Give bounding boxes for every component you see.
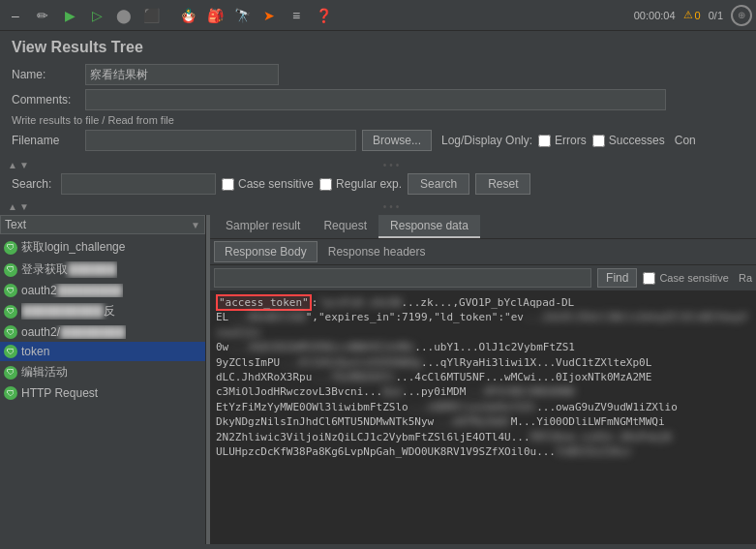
tree-item-login-get[interactable]: 🛡 登录获取██████	[0, 259, 205, 281]
token-body-blur-1: ...O8zNSYJG8	[228, 311, 305, 323]
tree-item-icon-3: 🛡	[4, 284, 17, 297]
sub-tab-response-headers[interactable]: Response headers	[318, 241, 437, 262]
token-body-blur-9: ...mOTMyZmQt	[434, 415, 510, 428]
list-icon[interactable]: ≡	[285, 4, 308, 27]
response-body: "access_token":"pcnFu8-zAsSW...zk...,GVO…	[210, 291, 756, 544]
token-body-blur-7: ...NTUtNGl0NS00ND	[466, 385, 575, 398]
collapse-up-2-icon[interactable]: ▲	[8, 201, 17, 212]
question-icon[interactable]: ❓	[312, 4, 335, 27]
warn-count: 0	[695, 10, 701, 21]
tree-item-token[interactable]: 🛡 token	[0, 342, 205, 361]
toolbar: – ✏ ▶ ▷ ⬤ ⬛ 🪆 🎒 🔭 ➤ ≡ ❓ 00:00:04 ⚠ 0 0/1…	[0, 0, 756, 31]
tree-item-label-6: token	[21, 345, 49, 358]
type-dropdown[interactable]: Text ▼	[0, 215, 205, 234]
tree-item-oauth2-slash[interactable]: 🛡 oauth2/████████	[0, 322, 205, 342]
file-section-label: Write results to file / Read from file	[12, 114, 744, 126]
ra-label: Ra	[739, 272, 752, 284]
bag-icon[interactable]: 🎒	[203, 4, 227, 27]
arrow-icon[interactable]: ➤	[257, 4, 281, 27]
token-body-blur-10: PRT2Qsm_nj03s-2RzPnmjN	[530, 431, 672, 443]
search-input[interactable]	[61, 173, 216, 195]
puppet-icon[interactable]: 🪆	[176, 4, 199, 27]
find-input[interactable]	[214, 268, 591, 288]
dropdown-label: Text	[5, 218, 191, 231]
right-panel: Sampler result Request Response data Res…	[210, 215, 756, 544]
find-case-label: Case sensitive	[659, 272, 729, 284]
tree-item-icon-6: 🛡	[4, 345, 17, 358]
tree-item-label-7: 编辑活动	[21, 364, 68, 381]
collapse-up-icon[interactable]: ▲	[8, 160, 17, 170]
tree-item-oauth2[interactable]: 🛡 oauth2████████	[0, 281, 205, 300]
browse-button[interactable]: Browse...	[362, 130, 432, 151]
stop-icon[interactable]: ⬛	[139, 4, 163, 27]
tree-item-blur-2: ██████	[68, 262, 117, 276]
successes-label: Successes	[609, 134, 665, 147]
filename-input[interactable]	[85, 130, 356, 151]
name-input[interactable]	[85, 64, 279, 85]
tree-item-http-request[interactable]: 🛡 HTTP Request	[0, 383, 205, 403]
cursor-icon[interactable]: ▷	[85, 4, 108, 27]
tree-item-label-2: 登录获取██████	[21, 261, 117, 278]
find-button[interactable]: Find	[597, 268, 637, 288]
access-token-highlight: "access_token"	[216, 294, 312, 311]
play-icon[interactable]: ▶	[58, 4, 81, 27]
successes-checkbox-row: Successes	[592, 134, 665, 147]
reset-button[interactable]: Reset	[475, 173, 530, 195]
search-label: Search:	[12, 177, 55, 191]
tree-item-icon-5: 🛡	[4, 325, 17, 339]
tree-item-4[interactable]: 🛡 ██████████反	[0, 300, 205, 322]
case-sensitive-checkbox[interactable]	[222, 178, 234, 191]
circle-icon[interactable]: ⬤	[112, 4, 136, 27]
con-label: Con	[671, 134, 700, 147]
tree-item-login-challenge[interactable]: 🛡 获取login_challenge	[0, 236, 205, 259]
search-button[interactable]: Search	[408, 173, 469, 195]
regular-exp-row: Regular exp.	[319, 177, 402, 191]
collapse-arrows: ▲ ▼	[4, 159, 33, 171]
sub-tab-response-body[interactable]: Response Body	[214, 241, 318, 262]
collapse-down-2-icon[interactable]: ▼	[19, 201, 29, 212]
fraction-display: 0/1	[709, 10, 723, 21]
minus-icon[interactable]: –	[4, 4, 27, 27]
tab-request[interactable]: Request	[312, 215, 378, 238]
collapse-down-icon[interactable]: ▼	[19, 160, 29, 170]
tree-item-label-8: HTTP Request	[21, 386, 98, 400]
case-sensitive-row: Case sensitive	[222, 177, 314, 191]
find-case-checkbox[interactable]	[643, 272, 655, 285]
pencil-icon[interactable]: ✏	[31, 4, 54, 27]
case-sensitive-label: Case sensitive	[238, 177, 314, 191]
tree-item-blur-4: ██████████	[21, 304, 104, 318]
collapse-arrows-2: ▲ ▼	[4, 200, 33, 213]
content-area: Text ▼ 🛡 获取login_challenge 🛡 登录获取██████ …	[0, 215, 756, 544]
tree-item-icon-4: 🛡	[4, 305, 17, 319]
timer-display: 00:00:04	[634, 10, 676, 21]
binoculars-icon[interactable]: 🔭	[230, 4, 254, 27]
main-tabs: Sampler result Request Response data	[210, 215, 756, 239]
dots-separator-2: •••	[33, 201, 752, 212]
tab-response-data[interactable]: Response data	[378, 215, 480, 238]
token-body-blur-6: Que	[382, 385, 402, 398]
search-row: Search: Case sensitive Regular exp. Sear…	[0, 171, 756, 197]
regular-exp-checkbox[interactable]	[319, 178, 332, 191]
tree-item-label-4: ██████████反	[21, 303, 115, 320]
main-panel: View Results Tree Name: Comments: Write …	[0, 31, 756, 159]
tree-item-edit-activity[interactable]: 🛡 编辑活动	[0, 361, 205, 383]
log-display-section: Log/Display Only: Errors Successes Con	[441, 134, 700, 147]
errors-checkbox[interactable]	[538, 135, 551, 147]
successes-checkbox[interactable]	[592, 135, 605, 147]
tree-item-icon-7: 🛡	[4, 366, 17, 380]
filename-label: Filename	[12, 134, 79, 147]
regular-exp-label: Regular exp.	[336, 177, 402, 191]
tree-item-blur-5: ████████	[60, 325, 126, 339]
tree-item-label-1: 获取login_challenge	[21, 239, 125, 256]
tree-item-icon-2: 🛡	[4, 263, 17, 277]
comments-input[interactable]	[85, 89, 666, 110]
errors-checkbox-row: Errors	[538, 134, 587, 147]
left-panel: Text ▼ 🛡 获取login_challenge 🛡 登录获取██████ …	[0, 215, 206, 544]
globe-icon[interactable]: ⊕	[731, 5, 752, 26]
name-row: Name:	[12, 64, 744, 85]
sub-tabs: Response Body Response headers	[210, 239, 756, 265]
panel-title: View Results Tree	[12, 39, 744, 56]
token-value-blur: "pcnFu8-zAsSW	[318, 296, 401, 309]
token-body-blur-8: ...nODM2liwibm9uY2Ul	[408, 401, 536, 413]
tab-sampler-result[interactable]: Sampler result	[214, 215, 312, 238]
